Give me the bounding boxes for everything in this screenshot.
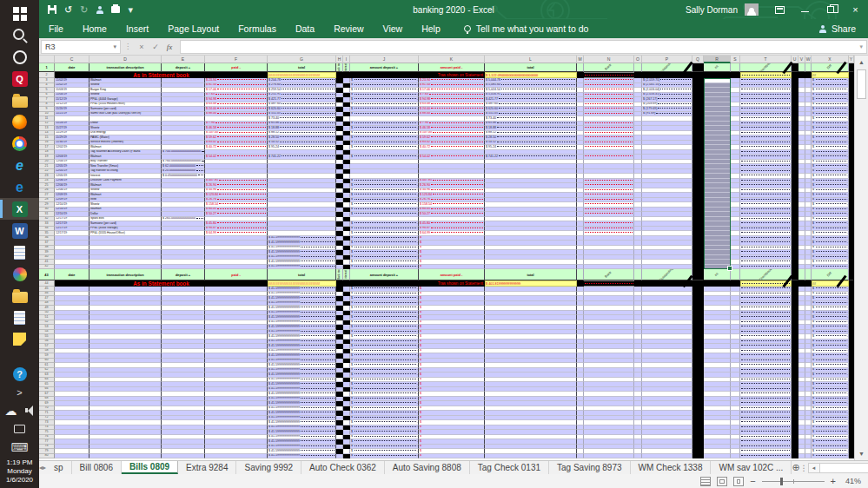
grid-cell[interactable]: Bank <box>584 269 634 280</box>
search-icon[interactable] <box>0 24 39 46</box>
grid-cell[interactable]: Checkbook <box>740 269 792 280</box>
grid-cell[interactable]: transaction description <box>89 269 162 280</box>
grid-cell[interactable] <box>642 454 692 459</box>
chrome-icon[interactable] <box>0 133 39 155</box>
scroll-down-icon[interactable]: ▼ <box>855 447 868 460</box>
row-header[interactable]: 43 <box>39 269 55 280</box>
file-explorer-icon[interactable] <box>0 89 39 111</box>
sheet-tab-bill-0806[interactable]: Bill 0806 <box>72 461 122 474</box>
sheet-tab-auto-saving-8808[interactable]: Auto Saving 8808 <box>385 461 470 474</box>
qat-customize-icon[interactable]: ▾ <box>128 5 133 15</box>
grid-cell[interactable] <box>798 454 805 459</box>
zoom-out-icon[interactable]: − <box>750 476 755 486</box>
column-header-D[interactable]: D <box>89 56 162 63</box>
grid-cell[interactable] <box>577 269 584 280</box>
row-header[interactable]: 2 <box>39 72 55 78</box>
column-header-N[interactable]: N <box>584 56 634 63</box>
restore-button[interactable] <box>818 0 843 19</box>
onedrive-cloud-icon[interactable]: ☁ <box>3 403 19 419</box>
row-header[interactable]: 44 <box>39 280 55 287</box>
ribbon-tab-formulas[interactable]: Formulas <box>229 19 286 38</box>
minimize-button[interactable] <box>792 0 818 19</box>
ribbon-tab-review[interactable]: Review <box>324 19 373 38</box>
grid-cell[interactable]: Bank rec <box>336 269 343 280</box>
grid-cell[interactable] <box>55 454 89 459</box>
save-icon[interactable] <box>48 5 56 14</box>
grid-cell[interactable]: deposit + <box>162 269 205 280</box>
photos-icon[interactable] <box>0 263 39 285</box>
row-header[interactable]: 80 <box>39 454 55 459</box>
cortana-icon[interactable] <box>0 46 39 68</box>
insert-function-icon[interactable]: fx <box>162 43 176 51</box>
formula-input[interactable]: ▾ <box>180 40 867 54</box>
grid-cell[interactable]: int <box>704 63 731 72</box>
keyboard-icon[interactable]: ⌨ <box>0 438 39 456</box>
ribbon-tab-home[interactable]: Home <box>73 19 116 38</box>
grid-cell[interactable]: total <box>268 63 336 72</box>
grid-cell[interactable]: date <box>55 269 89 280</box>
sticky-notes-icon[interactable] <box>0 328 39 350</box>
onenote-icon[interactable] <box>0 241 39 263</box>
grid-cell[interactable] <box>692 454 704 459</box>
contact-icon[interactable] <box>96 6 103 14</box>
grid-cell[interactable]: paid - <box>205 63 268 72</box>
zoom-level[interactable]: 41% <box>842 477 861 485</box>
onedrive-volume-pair[interactable]: ☁ <box>0 401 39 419</box>
tell-me-box[interactable]: Tell me what you want to do <box>464 23 589 34</box>
column-header-K[interactable]: K <box>419 56 485 63</box>
vertical-scroll-thumb[interactable] <box>857 69 866 99</box>
zoom-slider-handle[interactable] <box>780 478 783 485</box>
grid-cell[interactable]: transaction description <box>89 63 162 72</box>
edge-icon[interactable]: e <box>0 176 39 198</box>
new-sheet-button[interactable]: ⊕ <box>792 461 799 474</box>
display-icon[interactable] <box>0 419 39 438</box>
column-header-L[interactable]: L <box>485 56 577 63</box>
grid-cell[interactable]: amount deposit + <box>350 63 419 72</box>
cancel-icon[interactable]: × <box>135 43 149 51</box>
grid-cell[interactable] <box>692 269 704 280</box>
grid-cell[interactable] <box>89 454 162 459</box>
row-header[interactable]: 1 <box>39 63 55 72</box>
column-header-G[interactable]: G <box>268 56 336 63</box>
sheet-tab-wm-sav-102c-[interactable]: WM sav 102C ... <box>711 461 792 474</box>
page-break-view-button[interactable] <box>733 477 744 486</box>
enter-icon[interactable]: ✓ <box>149 43 162 51</box>
grid-cell[interactable] <box>731 63 740 72</box>
column-header-H[interactable]: H <box>336 56 343 63</box>
horizontal-scrollbar[interactable]: ◂ ▸ <box>808 461 868 474</box>
grid-cell[interactable] <box>162 454 205 459</box>
grid-cell[interactable] <box>798 269 805 280</box>
grid-cell[interactable]: $41.59999999999999 <box>268 454 336 459</box>
sheet-tab-wm-check-1338[interactable]: WM Check 1338 <box>631 461 712 474</box>
grid-cell[interactable]: $ <box>419 454 485 459</box>
print-icon[interactable] <box>111 6 120 13</box>
grid-cell[interactable] <box>205 454 268 459</box>
firefox-icon[interactable] <box>0 111 39 133</box>
grid-cell[interactable] <box>692 63 704 72</box>
column-header-R[interactable]: R <box>704 56 731 63</box>
word-icon[interactable]: W <box>0 220 39 241</box>
user-name[interactable]: Sally Dorman <box>686 5 738 15</box>
grid-cell[interactable] <box>634 269 642 280</box>
grid-cell[interactable]: date <box>55 63 89 72</box>
ribbon-tab-view[interactable]: View <box>374 19 413 38</box>
grid-cell[interactable] <box>485 454 577 459</box>
grid-cell[interactable] <box>577 454 584 459</box>
grid-cell[interactable]: $- <box>350 454 419 459</box>
sheet-tab-sp[interactable]: sp <box>46 461 72 474</box>
grid-cell[interactable]: int <box>704 269 731 280</box>
column-header-Q[interactable]: Q <box>692 56 704 63</box>
grid-cell[interactable] <box>336 454 343 459</box>
grid-cell[interactable] <box>805 269 812 280</box>
hscroll-left-icon[interactable]: ◂ <box>808 463 820 473</box>
column-header-O[interactable]: O <box>634 56 642 63</box>
grid-cell[interactable]: Bank <box>584 63 634 72</box>
undo-icon[interactable]: ↺ <box>64 5 72 15</box>
column-header-F[interactable]: F <box>205 56 268 63</box>
grid-cell[interactable] <box>704 454 731 459</box>
column-header-I[interactable]: I <box>343 56 350 63</box>
share-button[interactable]: Share <box>819 23 868 34</box>
grid-cell[interactable] <box>792 269 798 280</box>
volume-icon[interactable] <box>24 405 36 417</box>
sheet-tab-tag-check-0131[interactable]: Tag Check 0131 <box>470 461 549 474</box>
